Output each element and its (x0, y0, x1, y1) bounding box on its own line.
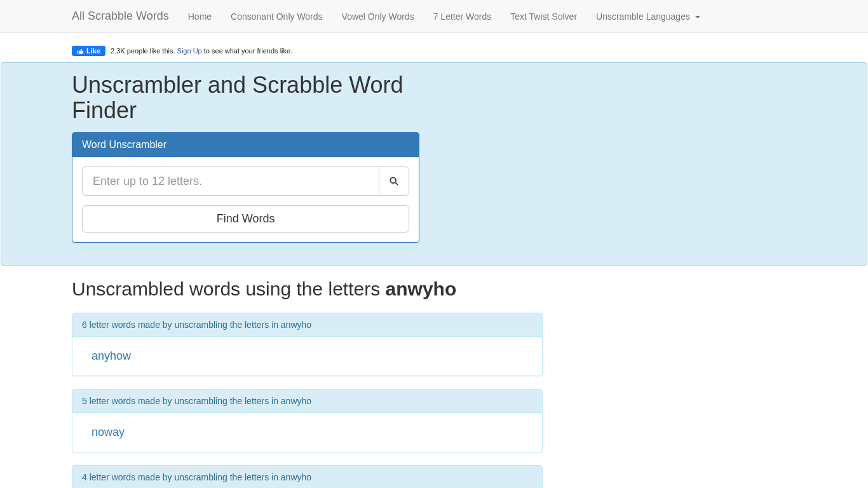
chevron-down-icon (695, 16, 700, 18)
nav-consonant-only[interactable]: Consonant Only Words (221, 2, 332, 31)
thumb-up-icon (77, 48, 84, 55)
nav-home[interactable]: Home (179, 2, 221, 31)
svg-point-0 (391, 178, 397, 184)
word-link[interactable]: anyhow (82, 346, 131, 366)
unscrambler-panel-heading: Word Unscrambler (72, 133, 419, 157)
top-navbar: All Scrabble Words Home Consonant Only W… (0, 0, 868, 33)
results-title: Unscrambled words using the letters anwy… (72, 278, 796, 300)
result-group-6: 6 letter words made by unscrambling the … (72, 313, 543, 376)
search-addon[interactable] (379, 166, 409, 196)
result-group-heading: 6 letter words made by unscrambling the … (72, 313, 542, 337)
result-group-heading: 4 letter words made by unscrambling the … (72, 466, 542, 488)
result-group-heading: 5 letter words made by unscrambling the … (72, 390, 542, 413)
brand-link[interactable]: All Scrabble Words (72, 0, 179, 32)
facebook-like-button[interactable]: Like (72, 46, 105, 56)
facebook-signup-link[interactable]: Sign Up (177, 47, 202, 55)
nav-unscramble-languages[interactable]: Unscramble Languages (587, 2, 710, 31)
nav-links: Home Consonant Only Words Vowel Only Wor… (179, 2, 710, 31)
word-link[interactable]: noway (82, 423, 125, 442)
result-group-4: 4 letter words made by unscrambling the … (72, 465, 543, 488)
result-group-5: 5 letter words made by unscrambling the … (72, 389, 543, 452)
nav-text-twist[interactable]: Text Twist Solver (501, 2, 587, 31)
nav-7-letter[interactable]: 7 Letter Words (424, 2, 501, 31)
svg-line-1 (396, 183, 398, 186)
facebook-like-text: 2.3K people like this. Sign Up to see wh… (111, 47, 292, 55)
unscrambler-panel: Word Unscrambler Find Words (72, 132, 419, 243)
like-label: Like (86, 47, 100, 55)
search-icon (390, 177, 398, 186)
letters-input[interactable] (82, 166, 379, 196)
hero-panel: Unscrambler and Scrabble Word Finder Wor… (1, 62, 867, 266)
page-title: Unscrambler and Scrabble Word Finder (72, 72, 419, 123)
results-letters: anwyho (386, 278, 457, 299)
facebook-like-widget: Like 2.3K people like this. Sign Up to s… (72, 46, 796, 56)
find-words-button[interactable]: Find Words (82, 205, 409, 233)
nav-vowel-only[interactable]: Vowel Only Words (332, 2, 424, 31)
